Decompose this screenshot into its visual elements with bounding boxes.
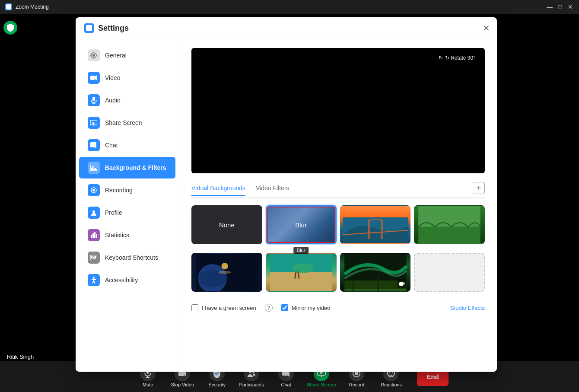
rotate-icon: ↻ [439,55,443,61]
svg-point-73 [355,372,358,375]
reactions-label: Reactions [381,382,402,387]
mute-label: Mute [143,382,153,387]
green-screen-info-icon[interactable]: ? [265,304,273,312]
svg-line-39 [94,281,95,284]
sidebar-item-profile[interactable]: Profile [79,202,175,223]
sidebar-item-background-filters[interactable]: Background & Filters [79,157,175,178]
recording-icon [88,184,100,196]
svg-rect-25 [96,234,97,238]
rotate-button[interactable]: ↻ ↻ Rotate 90° [433,52,480,64]
sidebar-label-audio: Audio [105,97,121,104]
user-name-label: Ritik Singh [3,353,37,361]
svg-rect-0 [6,4,11,10]
sidebar-item-share-screen[interactable]: Share Screen [79,112,175,134]
background-blur-wrapper: Blur Blur [266,205,337,244]
titlebar-title: Zoom Meeting [16,4,546,10]
statistics-icon [88,229,100,241]
studio-effects-link[interactable]: Studio Effects [450,305,485,311]
mirror-video-label: Mirror my video [292,305,331,311]
green-screen-label: I have a green screen [202,305,256,311]
svg-rect-58 [377,277,379,291]
chat-icon [88,139,100,151]
svg-point-50 [219,271,231,274]
stop-video-label: Stop Video [171,382,194,387]
mirror-video-checkbox[interactable] [281,304,288,311]
svg-rect-1 [86,25,92,31]
maximize-button[interactable]: □ [557,3,563,10]
profile-icon [88,207,100,219]
blur-label: Blur [295,221,307,229]
blur-tooltip: Blur [293,247,309,254]
svg-marker-60 [403,282,404,285]
background-beach[interactable] [266,253,337,292]
svg-rect-10 [92,97,95,101]
sidebar-label-video: Video [105,74,121,81]
mirror-video-option[interactable]: Mirror my video [281,304,331,311]
accessibility-icon [88,274,100,286]
sidebar-label-general: General [105,52,127,59]
sidebar-label-profile: Profile [105,209,122,216]
svg-rect-57 [353,278,354,291]
background-aurora[interactable] [340,253,411,292]
settings-title: Settings [98,24,129,33]
sidebar-label-keyboard-shortcuts: Keyboard Shortcuts [105,254,158,261]
keyboard-shortcuts-icon [88,252,100,264]
svg-point-49 [221,263,228,269]
sidebar-item-accessibility[interactable]: Accessibility [79,269,175,291]
svg-rect-28 [92,256,93,257]
sidebar-label-share-screen: Share Screen [105,119,142,126]
sidebar-item-audio[interactable]: Audio [79,89,175,111]
sidebar-item-video[interactable]: Video [79,67,175,89]
add-background-button[interactable]: + [473,182,485,194]
svg-marker-16 [92,122,95,124]
security-label: Security [208,382,226,387]
bottom-options: I have a green screen ? Mirror my video … [191,304,485,312]
tab-virtual-backgrounds[interactable]: Virtual Backgrounds [191,185,245,196]
rotate-label: ↻ Rotate 90° [445,55,475,61]
svg-point-20 [92,189,95,191]
settings-close-button[interactable]: ✕ [483,23,490,33]
svg-rect-33 [95,257,96,258]
record-label: Record [349,382,364,387]
sidebar-item-statistics[interactable]: Statistics [79,224,175,246]
tab-video-filters[interactable]: Video Filters [256,185,290,196]
sidebar-item-general[interactable]: General [79,45,175,66]
participants-label: Participants [239,382,264,387]
background-empty[interactable] [414,253,485,292]
settings-content: ↻ ↻ Rotate 90° Virtual Backgrounds Video… [179,39,497,372]
share-screen-label: Share Screen [307,382,336,387]
settings-sidebar: General Video [76,39,179,372]
close-button[interactable]: ✕ [567,3,574,10]
svg-point-18 [92,166,94,168]
svg-point-53 [293,263,314,273]
svg-rect-31 [91,257,92,258]
background-earth[interactable] [191,253,262,292]
background-blur[interactable]: Blur [266,205,337,244]
background-bridge[interactable] [340,205,411,244]
share-screen-icon [88,117,100,129]
sidebar-item-chat[interactable]: Chat [79,134,175,156]
svg-point-75 [389,372,390,373]
background-grass[interactable] [414,205,485,244]
sidebar-label-recording: Recording [105,187,133,194]
green-screen-option[interactable]: I have a green screen [191,304,256,311]
sidebar-item-recording[interactable]: Recording [79,179,175,201]
general-icon [88,49,100,61]
video-icon [88,72,100,84]
background-none[interactable]: None [191,205,262,244]
video-preview: ↻ ↻ Rotate 90° [191,48,485,173]
minimize-button[interactable]: — [546,3,553,10]
sidebar-label-statistics: Statistics [105,232,129,239]
sidebar-label-chat: Chat [105,142,118,149]
svg-marker-9 [95,75,97,80]
settings-header-icon [84,23,94,33]
background-tabs: Virtual Backgrounds Video Filters + [191,182,485,198]
sidebar-item-keyboard-shortcuts[interactable]: Keyboard Shortcuts [79,247,175,268]
svg-rect-27 [91,256,92,257]
svg-point-76 [392,372,393,373]
chat-label: Chat [281,382,291,387]
green-screen-checkbox[interactable] [191,304,198,311]
svg-rect-29 [94,256,95,257]
svg-rect-23 [92,233,94,238]
background-filters-icon [88,162,100,174]
